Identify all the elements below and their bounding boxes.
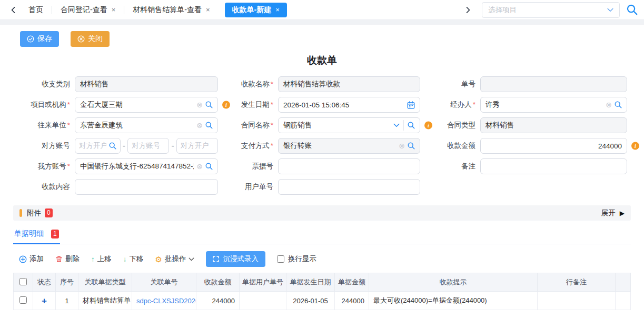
divider-strip bbox=[0, 20, 644, 25]
col-amount: 收款金额 bbox=[196, 273, 240, 292]
plus-icon[interactable]: + bbox=[42, 296, 47, 306]
expand-toggle[interactable]: 展开 ▶ bbox=[601, 208, 625, 218]
field-label: 对方账号 bbox=[15, 141, 75, 151]
other-account-input[interactable]: 对方账号 bbox=[127, 138, 169, 154]
contract-name-input[interactable]: 钢筋销售 bbox=[278, 117, 420, 133]
doc-no-link[interactable]: sdpc-CLXSJSD20260105 bbox=[136, 297, 196, 305]
content-input[interactable] bbox=[75, 179, 218, 195]
row-checkbox[interactable] bbox=[19, 296, 27, 304]
wrap-display-checkbox[interactable] bbox=[277, 255, 284, 263]
select-all-checkbox[interactable] bbox=[19, 278, 27, 285]
dash-separator: - bbox=[123, 141, 125, 151]
col-filler bbox=[616, 273, 631, 292]
tab-material-settlement[interactable]: 材料销售结算单-查看 × bbox=[124, 0, 218, 20]
tab-home[interactable]: 首页 bbox=[20, 0, 52, 20]
row-amount-cell[interactable]: 244000 bbox=[196, 292, 240, 310]
search-icon[interactable] bbox=[109, 142, 116, 150]
field-label: 备注 bbox=[420, 162, 480, 171]
trash-icon bbox=[55, 255, 63, 263]
check-circle-icon bbox=[27, 35, 34, 43]
tab-close-icon[interactable]: × bbox=[206, 6, 210, 13]
delete-row-button[interactable]: 删除 bbox=[55, 254, 80, 264]
field-label: 往来单位* bbox=[15, 121, 75, 130]
immersive-entry-button[interactable]: 沉浸式录入 bbox=[206, 251, 265, 267]
attachment-label: 附件 bbox=[27, 208, 41, 218]
row-select-cell bbox=[14, 292, 33, 310]
detail-table: 状态 序号 关联单据类型 关联单号 收款金额 单据用户单号 单据发生日期 单据金… bbox=[13, 273, 631, 310]
chevron-down-icon[interactable] bbox=[393, 123, 400, 127]
close-button-label: 关闭 bbox=[88, 34, 103, 44]
amount-input[interactable]: 244000 bbox=[480, 138, 627, 154]
col-hint: 收款提示 bbox=[369, 273, 538, 292]
clear-icon[interactable]: ⊗ bbox=[196, 101, 203, 108]
field-pay-method: 支付方式* 银行转账 ⊗ bbox=[218, 138, 420, 154]
field-label: 单号 bbox=[420, 79, 480, 89]
other-bank-input[interactable]: 对方开户行 bbox=[75, 138, 121, 154]
search-icon[interactable] bbox=[205, 122, 213, 129]
info-icon[interactable]: i bbox=[631, 142, 639, 150]
field-label: 收款名称* bbox=[218, 79, 278, 89]
handler-input[interactable]: 许秀 ⊗ bbox=[480, 97, 627, 113]
occur-date-input[interactable]: 2026-01-05 15:06:45 bbox=[278, 97, 420, 113]
bill-no-input[interactable] bbox=[278, 158, 420, 174]
tabs-scroll-left-icon[interactable] bbox=[6, 7, 20, 13]
close-button[interactable]: 关闭 bbox=[71, 31, 110, 47]
row-occur-date-cell: 2026-01-05 bbox=[286, 292, 335, 310]
tab-detail-list[interactable]: 单据明细 1 bbox=[13, 229, 60, 244]
field-label: 收款金额 bbox=[420, 141, 480, 151]
clear-icon[interactable]: ⊗ bbox=[196, 122, 203, 129]
field-remark: 备注 bbox=[420, 158, 627, 174]
add-row-button[interactable]: 添加 bbox=[19, 254, 44, 264]
save-button[interactable]: 保存 bbox=[20, 31, 59, 47]
clear-icon[interactable]: ⊗ bbox=[606, 101, 612, 108]
remark-input[interactable] bbox=[480, 158, 627, 174]
tab-contract-register[interactable]: 合同登记-查看 × bbox=[52, 0, 124, 20]
tabs-scroll-right-icon[interactable] bbox=[461, 7, 475, 13]
field-label: 支付方式* bbox=[218, 141, 278, 151]
batch-ops-dropdown[interactable]: ⚙ 批操作 bbox=[155, 254, 195, 264]
tab-close-icon[interactable]: × bbox=[275, 6, 280, 13]
receipt-name-input: 材料销售结算收款 bbox=[278, 76, 420, 92]
move-up-button[interactable]: ↑ 上移 bbox=[91, 254, 112, 264]
tab-close-icon[interactable]: × bbox=[112, 6, 116, 13]
search-icon[interactable] bbox=[408, 142, 415, 150]
global-search-icon[interactable] bbox=[627, 4, 638, 15]
counterparty-input[interactable]: 东营金辰建筑 ⊗ bbox=[75, 117, 218, 133]
row-doc-no-cell: sdpc-CLXSJSD20260105 bbox=[132, 292, 196, 310]
field-label: 用户单号 bbox=[218, 182, 278, 192]
tab-receipt-new[interactable]: 收款单-新建 × bbox=[225, 3, 287, 17]
calendar-icon[interactable] bbox=[407, 101, 415, 109]
other-holder-input[interactable]: 对方开户 bbox=[176, 138, 218, 154]
field-amount: 收款金额 244000 i bbox=[420, 138, 627, 154]
info-icon[interactable]: i bbox=[222, 101, 230, 109]
search-icon[interactable] bbox=[615, 101, 622, 108]
field-label: 项目或机构* bbox=[15, 100, 75, 110]
clear-icon[interactable]: ⊗ bbox=[196, 163, 203, 170]
our-account-input[interactable]: 中国银行东城支行-6254874147852-刘 ⊗ bbox=[75, 158, 218, 174]
field-contract-type: 合同类型 材料销售 bbox=[420, 117, 627, 133]
move-down-button[interactable]: ↓ 下移 bbox=[123, 254, 144, 264]
project-input[interactable]: 金石大厦三期 ⊗ bbox=[75, 97, 218, 113]
info-icon[interactable]: i bbox=[424, 122, 432, 130]
field-user-doc-no: 用户单号 bbox=[218, 179, 420, 195]
contract-type-input: 材料销售 bbox=[480, 117, 627, 133]
user-doc-no-input[interactable] bbox=[278, 179, 420, 195]
col-occur-date: 单据发生日期 bbox=[286, 273, 335, 292]
clear-icon[interactable]: ⊗ bbox=[399, 142, 405, 150]
project-select[interactable]: 选择项目 bbox=[482, 2, 620, 18]
wrap-display-toggle[interactable]: 换行显示 bbox=[277, 254, 316, 264]
col-user-doc-no: 单据用户单号 bbox=[240, 273, 286, 292]
detail-tabs: 单据明细 1 bbox=[13, 229, 631, 244]
doc-no-input bbox=[480, 76, 627, 92]
dash-separator: - bbox=[171, 141, 174, 151]
pay-method-input[interactable]: 银行转账 ⊗ bbox=[278, 138, 420, 154]
col-doc-type: 关联单据类型 bbox=[78, 273, 132, 292]
down-arrow-icon: ↓ bbox=[123, 255, 127, 263]
field-project: 项目或机构* 金石大厦三期 ⊗ i bbox=[15, 97, 218, 113]
row-seq-cell: 1 bbox=[56, 292, 78, 310]
chevron-down-icon[interactable] bbox=[607, 8, 613, 12]
search-icon[interactable] bbox=[205, 163, 213, 170]
search-icon[interactable] bbox=[408, 122, 415, 129]
search-icon[interactable] bbox=[205, 101, 213, 108]
col-doc-no: 关联单号 bbox=[132, 273, 196, 292]
